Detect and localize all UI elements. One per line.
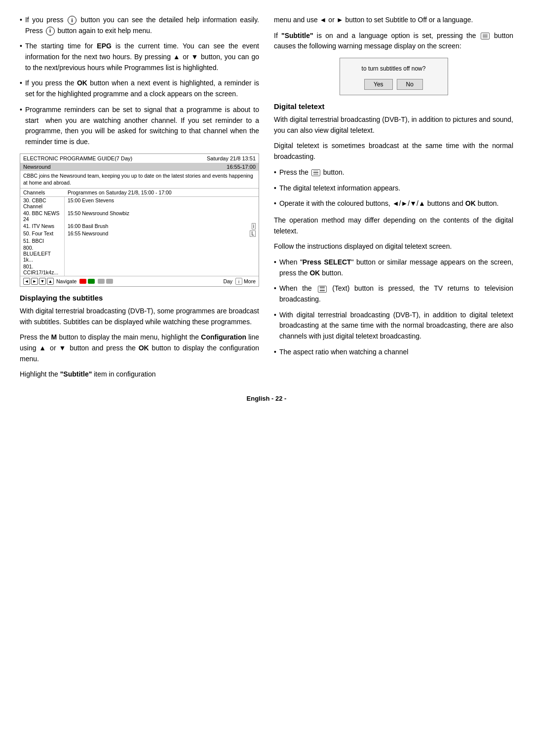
bullet-symbol: • [274,167,276,178]
gray-btn-2[interactable] [106,279,113,284]
list-item: • When the (Text) button is pressed, the… [274,283,513,304]
bullet-symbol: • [274,347,276,358]
bullet-symbol: • [20,41,22,52]
info-icon: i [68,16,76,25]
list-item: • If you press the OK button when a next… [20,78,259,99]
list-item: • Programme reminders can be set to sign… [20,105,259,148]
bullet-symbol: • [20,105,22,115]
digital-teletext-title: Digital teletext [274,102,513,111]
ok-bold-4: OK [309,269,320,277]
ok-bold: OK [77,79,87,87]
gray-btn-1[interactable] [98,279,105,284]
footer-text: English - 22 - [247,395,287,402]
nav-down-arrow[interactable]: ▼ [39,278,46,285]
digital-teletext-bullets-2: • When "Press SELECT" button or similar … [274,257,513,358]
epg-column-header: Channels Programmes on Saturday 21/8, 15… [20,189,259,197]
epg-container: ELECTRONIC PROGRAMME GUIDE(7 Day) Saturd… [20,153,259,287]
nav-right-arrow[interactable]: ► [31,278,38,285]
list-item: • The starting time for EPG is the curre… [20,41,259,73]
dialog-buttons: Yes No [340,76,448,95]
day-label: Day [223,278,232,284]
epg-row: 800. BLUE/LEFT 1k... [20,244,259,263]
epg-channel-name: Newsround [23,164,51,170]
right-column: menu and use ◄ or ► button to set Subtit… [274,15,513,385]
bullet-text: When "Press SELECT" button or similar me… [279,257,513,278]
color-buttons [79,279,95,284]
ok-bold-2: OK [139,344,149,352]
bullet-symbol: • [274,310,276,321]
dialog-yes-button[interactable]: Yes [364,79,393,90]
more-button[interactable]: i More [235,278,256,285]
bullet-text: The digital teletext information appears… [279,183,400,194]
epg-channel-cell: 51. BBCI [20,237,65,244]
more-label: More [244,278,256,284]
epg-programme-cell [65,263,259,276]
list-item: • With digital terrestrial broadcasting … [274,310,513,342]
col-channels-header: Channels [23,189,68,195]
page-footer: English - 22 - [20,395,513,402]
list-item: • Operate it with the coloured buttons, … [274,198,513,209]
bullet-text: If you press the OK button when a next e… [25,78,259,99]
epg-row: 30. CBBC Channel 15:00 Even Stevens [20,197,259,210]
bullet-symbol: • [20,78,22,89]
epg-channel-cell: 40. BBC NEWS 24 [20,210,65,223]
epg-channel-cell: 800. BLUE/LEFT 1k... [20,244,65,263]
bullet-symbol: • [274,198,276,209]
epg-footer: ◄ ► ▼ ▲ Navigate Day [20,276,259,286]
epg-row: 51. BBCI [20,237,259,244]
epg-nav-controls: ◄ ► ▼ ▲ Navigate [23,278,113,285]
config-bold: Configuration [201,333,246,341]
bullet-symbol: • [274,183,276,194]
bullet-text: Operate it with the coloured buttons, ◄/… [279,198,499,209]
epg-row: 40. BBC NEWS 24 15:50 Newsround Showbiz [20,210,259,223]
icon-flag-l: L [250,230,256,237]
page: • If you press i button you can see the … [20,15,513,385]
epg-programme-cell: 15:00 Even Stevens [65,197,259,210]
subtitle-bold-2: "Subtitle" [281,32,313,39]
nav-left-arrow[interactable]: ◄ [23,278,30,285]
epg-programme-cell [65,244,259,263]
right-p1: menu and use ◄ or ► button to set Subtit… [274,15,513,26]
epg-channel-cell: 30. CBBC Channel [20,197,65,210]
nav-up-arrow[interactable]: ▲ [47,278,54,285]
navigate-label: Navigate [56,278,76,284]
bullet-text: The aspect ratio when watching a channel [279,347,409,358]
epg-footer-right: Day i More [223,278,256,285]
dialog-text: to turn subtitles off now? [340,58,448,76]
right-p2: If "Subtitle" is on and a language optio… [274,31,513,52]
epg-time-range: 16:55-17:00 [227,164,256,170]
epg-programme-cell: 16:00 Basil Brush i [65,223,259,230]
menu-icon-2 [311,169,320,176]
digital-teletext-p3: The operation method may differ dependin… [274,215,513,236]
bullet-symbol: • [274,257,276,268]
digital-teletext-p4: Follow the instructions displayed on dig… [274,241,513,252]
displaying-subtitles-title: Displaying the subtitles [20,294,259,302]
icon-flag: i [252,223,256,229]
red-btn[interactable] [79,279,86,284]
epg-channel-cell: 801. CCIR17/1k4z... [20,263,65,276]
epg-row: 801. CCIR17/1k4z... [20,263,259,276]
color-buttons-2 [98,279,113,284]
epg-date: Saturday 21/8 13:51 [207,155,256,161]
subtitle-dialog: to turn subtitles off now? Yes No [340,58,448,95]
digital-teletext-p1: With digital terrestrial broadcasting (D… [274,114,513,136]
list-item: • The digital teletext information appea… [274,183,513,194]
displaying-subtitles-p3: Highlight the "Subtitle" item in configu… [20,369,259,380]
bullet-symbol: • [20,15,22,26]
left-column: • If you press i button you can see the … [20,15,259,385]
subtitle-bold: "Subtitle" [60,370,92,378]
dialog-no-button[interactable]: No [397,79,423,90]
m-bold: M [51,333,57,341]
bullet-symbol: • [274,283,276,294]
ok-bold-3: OK [465,199,476,207]
epg-title: ELECTRONIC PROGRAMME GUIDE(7 Day) [23,155,132,161]
digital-teletext-p2: Digital teletext is sometimes broadcast … [274,141,513,162]
bullet-text: Programme reminders can be set to signal… [25,105,259,148]
epg-bold: EPG [97,42,112,50]
bullet-text: With digital terrestrial broadcasting (D… [279,310,513,342]
epg-channel-cell: 41. ITV News [20,223,65,230]
displaying-subtitles-p1: With digital terrestrial broadcasting (D… [20,306,259,327]
displaying-subtitles-p2: Press the M button to display the main m… [20,332,259,364]
menu-icon [481,33,490,39]
green-btn[interactable] [88,279,95,284]
